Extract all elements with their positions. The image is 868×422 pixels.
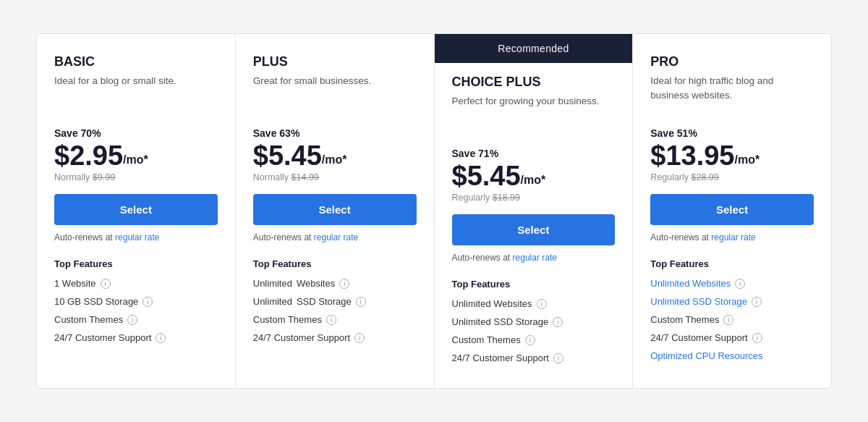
auto-renew-choice-plus: Auto-renews at regular rate <box>452 253 616 263</box>
info-icon-basic-3[interactable]: i <box>156 333 166 343</box>
info-icon-pro-2[interactable]: i <box>723 315 733 325</box>
info-icon-basic-2[interactable]: i <box>127 315 137 325</box>
pricing-container: BASICIdeal for a blog or small site.Save… <box>36 33 832 389</box>
regular-rate-link-choice-plus[interactable]: regular rate <box>513 253 557 263</box>
save-badge-plus: Save 63% <box>253 127 417 139</box>
feature-item-plus-2: Custom Themes i <box>253 314 417 325</box>
save-badge-pro: Save 51% <box>650 127 814 139</box>
feature-item-basic-3: 24/7 Customer Support i <box>54 332 218 343</box>
feature-item-pro-0: Unlimited Websites i <box>650 278 814 289</box>
select-button-basic[interactable]: Select <box>54 194 218 225</box>
plan-card-pro: PROIdeal for high traffic blog and busin… <box>633 34 831 388</box>
feature-item-pro-3: 24/7 Customer Support i <box>650 332 814 343</box>
price-normal-pro: Regularly $28.99 <box>650 172 814 182</box>
price-row-pro: $13.95 /mo* <box>650 142 814 169</box>
info-icon-pro-0[interactable]: i <box>735 279 745 289</box>
feature-item-pro-1: Unlimited SSD Storage i <box>650 296 814 307</box>
info-icon-choice-plus-2[interactable]: i <box>525 335 535 345</box>
plan-desc-basic: Ideal for a blog or small site. <box>54 74 218 113</box>
info-icon-choice-plus-0[interactable]: i <box>537 299 547 309</box>
plan-name-choice-plus: CHOICE PLUS <box>452 75 616 90</box>
save-badge-basic: Save 70% <box>54 127 218 139</box>
info-icon-plus-2[interactable]: i <box>326 315 336 325</box>
info-icon-basic-1[interactable]: i <box>142 297 153 307</box>
feature-item-plus-0: Unlimited Websites i <box>253 278 417 289</box>
recommended-banner: Recommended <box>435 34 633 63</box>
optimized-link-pro[interactable]: Optimized CPU Resources <box>650 350 814 361</box>
auto-renew-basic: Auto-renews at regular rate <box>54 232 218 242</box>
feature-item-choice-plus-1: Unlimited SSD Storage i <box>452 316 616 327</box>
plan-name-pro: PRO <box>650 54 814 69</box>
feat-link-pro-0[interactable]: Unlimited Websites <box>650 278 731 289</box>
info-icon-plus-1[interactable]: i <box>356 297 366 307</box>
features-title-choice-plus: Top Features <box>452 279 616 290</box>
info-icon-plus-0[interactable]: i <box>339 279 349 289</box>
info-icon-plus-3[interactable]: i <box>354 333 365 343</box>
feature-item-plus-3: 24/7 Customer Support i <box>253 332 417 343</box>
price-amount-plus: $5.45 <box>253 142 322 169</box>
plan-card-plus: PLUSGreat for small businesses.Save 63% … <box>236 34 435 388</box>
plan-card-basic: BASICIdeal for a blog or small site.Save… <box>37 34 236 388</box>
features-title-pro: Top Features <box>650 258 814 269</box>
select-button-plus[interactable]: Select <box>253 194 417 225</box>
price-normal-plus: Normally $14.99 <box>253 172 417 182</box>
price-row-basic: $2.95 /mo* <box>54 142 218 169</box>
info-icon-pro-1[interactable]: i <box>752 297 762 307</box>
plan-card-choice-plus: RecommendedCHOICE PLUSPerfect for growin… <box>435 34 634 388</box>
auto-renew-pro: Auto-renews at regular rate <box>650 232 814 242</box>
select-button-pro[interactable]: Select <box>650 194 814 225</box>
info-icon-pro-3[interactable]: i <box>752 333 762 343</box>
plan-desc-choice-plus: Perfect for growing your business. <box>452 94 616 133</box>
regular-rate-link-pro[interactable]: regular rate <box>711 232 755 242</box>
feature-item-choice-plus-3: 24/7 Customer Support i <box>452 353 616 363</box>
price-normal-basic: Normally $9.99 <box>54 172 218 182</box>
select-button-choice-plus[interactable]: Select <box>452 214 616 245</box>
feat-link-pro-1[interactable]: Unlimited SSD Storage <box>650 296 747 307</box>
feature-item-basic-0: 1 Website i <box>54 278 218 289</box>
price-normal-choice-plus: Regularly $18.99 <box>452 193 616 203</box>
feature-item-pro-2: Custom Themes i <box>650 314 814 325</box>
price-amount-pro: $13.95 <box>650 142 734 169</box>
auto-renew-plus: Auto-renews at regular rate <box>253 232 417 242</box>
feature-item-plus-1: Unlimited SSD Storage i <box>253 296 417 307</box>
price-suffix-plus: /mo* <box>322 153 347 166</box>
price-row-plus: $5.45 /mo* <box>253 142 417 169</box>
price-suffix-basic: /mo* <box>123 153 148 166</box>
feature-item-choice-plus-2: Custom Themes i <box>452 334 616 345</box>
save-badge-choice-plus: Save 71% <box>452 148 616 159</box>
regular-rate-link-basic[interactable]: regular rate <box>115 232 159 242</box>
info-icon-choice-plus-1[interactable]: i <box>553 317 563 327</box>
info-icon-choice-plus-3[interactable]: i <box>553 353 563 363</box>
price-suffix-choice-plus: /mo* <box>521 174 546 187</box>
info-icon-basic-0[interactable]: i <box>101 279 111 289</box>
price-amount-choice-plus: $5.45 <box>452 162 521 190</box>
plan-desc-plus: Great for small businesses. <box>253 74 417 113</box>
plan-desc-pro: Ideal for high traffic blog and business… <box>650 74 814 113</box>
feature-item-choice-plus-0: Unlimited Websites i <box>452 298 616 309</box>
regular-rate-link-plus[interactable]: regular rate <box>314 232 358 242</box>
features-title-basic: Top Features <box>54 258 218 269</box>
price-suffix-pro: /mo* <box>734 153 760 166</box>
plan-name-plus: PLUS <box>253 54 417 69</box>
feature-item-basic-2: Custom Themes i <box>54 314 218 325</box>
price-row-choice-plus: $5.45 /mo* <box>452 162 616 190</box>
features-title-plus: Top Features <box>253 258 417 269</box>
plan-name-basic: BASIC <box>54 54 218 69</box>
price-amount-basic: $2.95 <box>54 142 123 169</box>
feature-item-basic-1: 10 GB SSD Storage i <box>54 296 218 307</box>
